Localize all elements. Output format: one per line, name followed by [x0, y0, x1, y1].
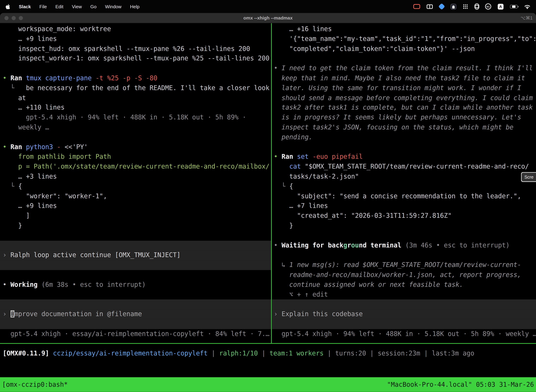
terminal-row: at — [0, 93, 271, 103]
app-menu-slack[interactable]: Slack — [19, 4, 31, 9]
terminal-row: inspect_hud: omx sparkshell --tmux-pane … — [0, 44, 271, 54]
terminal-row: ↳ 1 new msg(s): read $OMX_TEAM_STATE_ROO… — [272, 260, 536, 270]
terminal-row — [0, 270, 271, 280]
text-segment: 1 new msg(s): read $OMX_TEAM_STATE_ROOT/… — [289, 261, 521, 268]
terminal-row: └ { — [0, 182, 271, 191]
text-segment: workspace_mode: worktree — [3, 25, 111, 33]
menu-bar-left: Slack File Edit View Go Window Help — [5, 4, 148, 9]
text-segment: session:23m — [378, 350, 420, 357]
text-segment: task2 after task1 is complete, but can I… — [274, 104, 533, 111]
text-segment: … +110 lines — [3, 104, 65, 111]
display-grid-icon[interactable] — [427, 4, 433, 9]
text-segment: (6m 38s • esc to interrupt) — [38, 281, 146, 288]
text-segment: … +7 lines — [274, 202, 328, 209]
terminal-row: … +16 lines — [272, 24, 536, 34]
text-segment: I need to get the claim token from the c… — [282, 65, 533, 72]
text-segment: last:3m ago — [432, 350, 474, 357]
terminal-row — [0, 299, 271, 309]
terminal-row: "completed","claim_token":"claim-token"}… — [272, 44, 536, 54]
text-segment: Waiting for back — [282, 242, 344, 249]
window-title-bar[interactable]: omx --xhigh --madmax ⌥⌘1 — [0, 13, 536, 23]
terminal-row: "created_at": "2026-03-31T11:59:27.816Z" — [272, 211, 536, 221]
prompt-suggestion-row[interactable]: › Explain this codebase — [272, 309, 536, 319]
text-segment: - — [57, 143, 65, 150]
terminal-row: readme-and-reco/mailbox/worker-1.json, a… — [272, 270, 536, 280]
terminal-row — [272, 299, 536, 309]
raycast-icon[interactable] — [438, 3, 445, 10]
prompt-input-row[interactable]: › Improve documentation in @filename — [0, 309, 271, 319]
terminal-row: • Waiting for background terminal (3m 46… — [272, 241, 536, 250]
text-segment: • — [3, 75, 10, 82]
terminal-row: tasks/task-2.json" — [272, 172, 536, 182]
terminal-row: workspace_mode: worktree — [0, 24, 271, 34]
terminal-row: inspect task2's JSON, focusing on the st… — [272, 123, 536, 132]
tmux-pane-right[interactable]: … +16 lines '{"team_name":"my-team","tas… — [272, 23, 536, 343]
terminal-row: ] — [0, 211, 271, 221]
text-segment: python3 — [26, 143, 57, 150]
app-grid-icon[interactable] — [463, 4, 468, 9]
text-segment: { — [18, 183, 22, 190]
menu-go[interactable]: Go — [90, 4, 96, 9]
text-segment: is in progress? It seems likely but perh… — [274, 114, 521, 121]
text-segment: ↳ — [274, 261, 289, 268]
terminal-row — [0, 319, 271, 329]
wifi-glyph — [524, 4, 531, 9]
text-segment: "completed","claim_token":"claim-token"}… — [274, 45, 475, 52]
text-segment: should send a message before completing … — [274, 94, 533, 101]
battery-fill — [512, 5, 516, 8]
terminal-row — [272, 142, 536, 152]
ghostty-icon[interactable] — [450, 4, 456, 9]
apple-icon — [5, 4, 10, 9]
terminal-row: cat "$OMX_TEAM_STATE_ROOT/team/review-cu… — [272, 162, 536, 172]
terminal-row: "subject": "send a concise recommendatio… — [272, 191, 536, 201]
menu-edit[interactable]: Edit — [55, 4, 63, 9]
text-segment: Ran — [10, 143, 26, 150]
knot-icon[interactable] — [474, 3, 479, 9]
text-segment: readme-and-reco/mailbox/worker-1.json, a… — [274, 271, 521, 278]
menu-help[interactable]: Help — [130, 4, 139, 9]
terminal-row: task2 after task1 is complete, but can I… — [272, 103, 536, 113]
terminal-row: keep that in mind. Maybe I also need the… — [272, 73, 536, 83]
text-segment: { — [289, 183, 293, 190]
text-segment: set — [297, 153, 312, 160]
text-segment: inspect task2's JSON, focusing on the st… — [274, 124, 513, 131]
terminal-row — [272, 319, 536, 329]
menu-file[interactable]: File — [39, 4, 47, 9]
text-segment: › — [3, 251, 10, 258]
terminal-row: ⌥ + ↑ edit — [272, 289, 536, 299]
apple-menu[interactable] — [5, 4, 10, 9]
queued-input-row[interactable]: › Ralph loop active continue [OMX_TMUX_I… — [0, 250, 271, 260]
wifi-icon[interactable] — [524, 4, 531, 9]
text-segment: tmux capture-pane — [26, 75, 96, 82]
text-segment: • — [3, 143, 10, 150]
terminal-row: └ { — [272, 182, 536, 191]
terminal-row: … +7 lines — [272, 201, 536, 211]
screen-recording-icon[interactable] — [413, 4, 420, 9]
terminal-row: gpt-5.4 xhigh · essay/ai-reimplementatio… — [0, 329, 271, 339]
terminal-row: • I need to get the claim token from the… — [272, 64, 536, 73]
terminal-row: gpt-5.4 xhigh · 94% left · 488K in · 5.1… — [272, 329, 536, 339]
terminal-row: weekly … — [0, 123, 271, 132]
omx-status-line: [OMX#0.11.9] cczip/essay/ai-reimplementa… — [0, 349, 536, 359]
text-segment: cczip/essay/ai-reimplementation-copyleft — [53, 350, 207, 357]
text-segment: "subject": "send a concise recommendatio… — [274, 192, 521, 200]
text-segment — [274, 163, 289, 170]
text-segment: [OMX#0.11.9] — [3, 350, 53, 357]
input-source-icon[interactable]: A — [498, 4, 503, 9]
terminal-row: └ be necessary for the end of the README… — [0, 83, 271, 93]
battery-gauge-icon[interactable]: 61 — [485, 3, 491, 9]
terminal-row: • Ran python3 - <<'PY' — [0, 142, 271, 152]
terminal-row: continue assigned work or next feasible … — [272, 280, 536, 289]
tmux-pane-left[interactable]: workspace_mode: worktree … +9 lines insp… — [0, 23, 271, 343]
menu-view[interactable]: View — [72, 4, 82, 9]
text-segment: • — [274, 153, 282, 160]
text-segment: (3m 46s • esc to interrupt) — [402, 242, 510, 249]
terminal-row — [0, 241, 271, 250]
text-segment: gpt-5.4 xhigh · essay/ai-reimplementatio… — [3, 330, 270, 337]
text-segment: inspect_worker-1: omx sparkshell --tmux-… — [3, 55, 270, 62]
text-segment: weekly … — [3, 124, 49, 131]
text-segment: └ — [3, 84, 26, 92]
battery-icon[interactable] — [510, 5, 517, 8]
menu-window[interactable]: Window — [105, 4, 121, 9]
terminal-row — [272, 250, 536, 260]
